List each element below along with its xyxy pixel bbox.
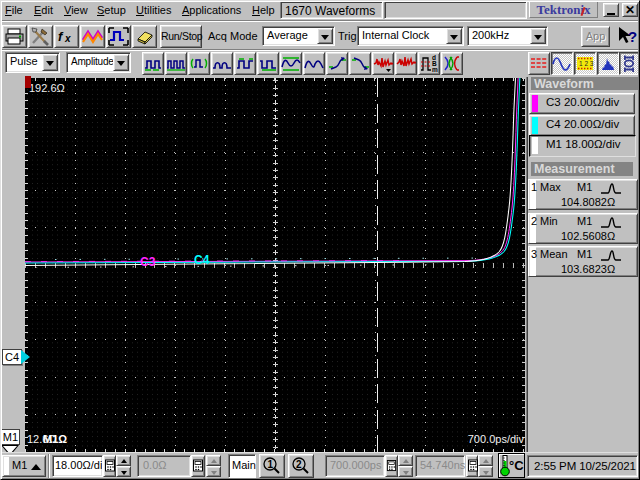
svg-text:2: 2: [296, 459, 302, 470]
svg-text:m: m: [432, 66, 438, 73]
svg-text:1: 1: [268, 459, 274, 470]
svg-text:x: x: [64, 33, 71, 44]
svg-text:1 2 3: 1 2 3: [579, 60, 594, 67]
svg-text:?: ?: [628, 28, 637, 45]
svg-text:f: f: [58, 29, 64, 44]
